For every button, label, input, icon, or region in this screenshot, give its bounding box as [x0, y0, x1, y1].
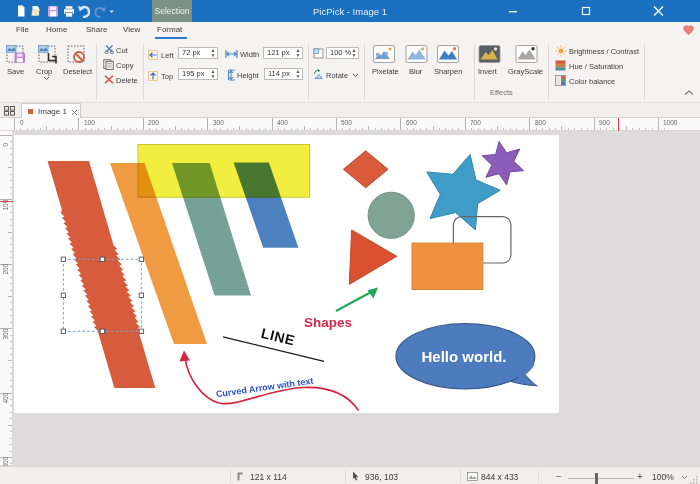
svg-text:Hello world.: Hello world.: [421, 348, 506, 365]
svg-text:LINE: LINE: [260, 325, 297, 349]
svg-text:Curved Arrow with text: Curved Arrow with text: [215, 376, 314, 400]
svg-text:Shapes: Shapes: [304, 315, 352, 330]
